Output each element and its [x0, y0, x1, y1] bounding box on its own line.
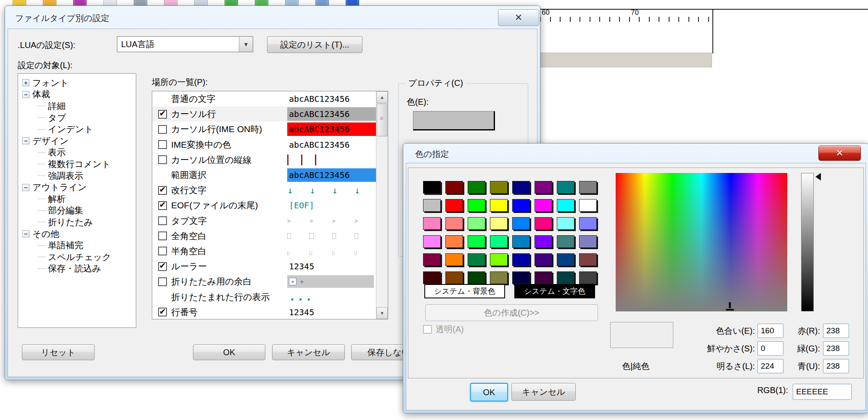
- rgb-hex-input[interactable]: EEEEEE: [793, 384, 852, 400]
- cancel-button[interactable]: キャンセル: [511, 383, 576, 401]
- color-swatch[interactable]: [579, 235, 597, 248]
- row-checkbox[interactable]: ✔: [158, 262, 167, 271]
- tree-item[interactable]: タブ: [18, 112, 136, 124]
- tree-item[interactable]: −その他: [18, 228, 136, 240]
- row-checkbox[interactable]: [158, 125, 167, 134]
- row-checkbox[interactable]: ✔: [158, 110, 167, 119]
- color-swatch[interactable]: [512, 181, 530, 194]
- list-row[interactable]: 範囲選択abcABC123456: [152, 167, 388, 183]
- list-row[interactable]: 半角空白: [152, 244, 388, 259]
- color-swatch[interactable]: [423, 199, 441, 212]
- color-swatch[interactable]: [423, 235, 441, 248]
- color-swatch[interactable]: [445, 253, 463, 266]
- scrollbar[interactable]: ▲ ▼: [376, 91, 388, 319]
- list-row[interactable]: 普通の文字abcABC123456: [152, 91, 388, 106]
- places-list[interactable]: 普通の文字abcABC123456✔カーソル行abcABC123456カーソル行…: [152, 91, 388, 319]
- tree-item[interactable]: 複数行コメント: [18, 158, 136, 170]
- color-swatch[interactable]: [490, 199, 508, 212]
- list-row[interactable]: ✔行番号12345: [152, 305, 388, 319]
- color-swatch[interactable]: [579, 253, 597, 266]
- scrollbar-up-icon[interactable]: ▲: [376, 91, 388, 103]
- collapse-minus-icon[interactable]: −: [22, 184, 29, 191]
- target-tree[interactable]: +フォント−体裁詳細タブインデント−デザイン表示複数行コメント強調表示−アウトラ…: [18, 73, 136, 328]
- color-swatch[interactable]: [490, 253, 508, 266]
- color-swatch[interactable]: [557, 271, 574, 284]
- row-checkbox[interactable]: ✔: [158, 201, 167, 210]
- color-swatch[interactable]: [468, 217, 485, 230]
- color-swatch[interactable]: [557, 217, 574, 230]
- row-checkbox[interactable]: [158, 140, 167, 149]
- color-swatch[interactable]: [490, 181, 508, 194]
- color-well-button[interactable]: [413, 111, 495, 130]
- collapse-minus-icon[interactable]: −: [22, 137, 29, 144]
- list-row[interactable]: ✔EOF(ファイルの末尾)[EOF]: [152, 198, 388, 213]
- ok-button[interactable]: OK: [470, 383, 508, 401]
- color-swatch[interactable]: [490, 217, 508, 230]
- list-row[interactable]: 全角空白: [152, 229, 388, 244]
- system-background-color-button[interactable]: システム・背景色: [424, 284, 505, 298]
- list-row[interactable]: 折りたたまれた行の表示...: [152, 289, 388, 304]
- tree-item[interactable]: 解析: [18, 193, 136, 205]
- reset-button[interactable]: リセット: [22, 344, 95, 360]
- color-swatch[interactable]: [579, 181, 597, 194]
- row-checkbox[interactable]: [158, 247, 167, 255]
- list-row[interactable]: カーソル行(IME ON時)abcABC123456: [152, 122, 388, 137]
- color-swatch[interactable]: [468, 235, 485, 248]
- color-swatch[interactable]: [535, 199, 552, 212]
- tree-item[interactable]: インデント: [18, 123, 136, 135]
- tree-item[interactable]: 保存・読込み: [18, 263, 136, 275]
- color-swatch[interactable]: [535, 181, 552, 194]
- color-swatch[interactable]: [423, 181, 441, 194]
- color-swatch[interactable]: [535, 217, 552, 230]
- row-checkbox[interactable]: [158, 216, 167, 225]
- row-checkbox[interactable]: ✔: [158, 186, 167, 195]
- tree-item[interactable]: 強調表示: [18, 170, 136, 182]
- color-swatch[interactable]: [445, 271, 463, 284]
- tree-item[interactable]: スペルチェック: [18, 251, 136, 263]
- tree-item[interactable]: −体裁: [18, 89, 136, 101]
- tree-item[interactable]: +フォント: [18, 77, 136, 89]
- color-swatch[interactable]: [579, 271, 597, 284]
- color-swatch[interactable]: [512, 253, 530, 266]
- define-custom-color-button[interactable]: 色の作成(C)>>: [425, 304, 598, 321]
- scrollbar-down-icon[interactable]: ▼: [376, 307, 388, 319]
- color-swatch[interactable]: [445, 235, 463, 248]
- color-swatch[interactable]: [535, 235, 552, 248]
- list-row[interactable]: ✔ルーラー12345: [152, 259, 388, 274]
- tree-item[interactable]: 単語補完: [18, 239, 136, 251]
- row-checkbox[interactable]: [158, 231, 167, 240]
- color-swatch[interactable]: [557, 235, 574, 248]
- ok-button[interactable]: OK: [193, 344, 265, 360]
- transparent-checkbox[interactable]: [423, 325, 432, 334]
- color-swatch[interactable]: [512, 271, 530, 284]
- hue-sat-marker[interactable]: [729, 302, 731, 308]
- list-row[interactable]: 折りたたみ用の余白++: [152, 274, 388, 289]
- hsl-field-input[interactable]: 238: [823, 341, 849, 356]
- color-swatch[interactable]: [512, 217, 530, 230]
- color-swatch[interactable]: [423, 253, 441, 266]
- luminance-slider-icon[interactable]: [815, 173, 821, 181]
- tree-item[interactable]: 詳細: [18, 100, 136, 112]
- chevron-down-icon[interactable]: ▼: [239, 37, 253, 52]
- cancel-button[interactable]: キャンセル: [272, 344, 345, 360]
- close-icon[interactable]: ✕: [498, 9, 539, 26]
- row-checkbox[interactable]: [158, 155, 167, 164]
- list-row[interactable]: タブ文字>>>>: [152, 213, 388, 229]
- color-swatch[interactable]: [468, 253, 485, 266]
- list-row[interactable]: ✔カーソル行abcABC123456: [152, 106, 388, 122]
- tree-item[interactable]: −アウトライン: [18, 181, 136, 193]
- tree-item[interactable]: 折りたたみ: [18, 216, 136, 228]
- tree-item[interactable]: 部分編集: [18, 205, 136, 217]
- close-icon[interactable]: ✕: [818, 146, 861, 161]
- row-checkbox[interactable]: ✔: [158, 308, 167, 316]
- color-swatch[interactable]: [445, 181, 463, 194]
- color-swatch[interactable]: [490, 235, 508, 248]
- color-swatch[interactable]: [468, 181, 485, 194]
- color-swatch[interactable]: [445, 199, 463, 212]
- color-swatch[interactable]: [445, 217, 463, 230]
- list-row[interactable]: IME変換中の色abcABC123456: [152, 137, 388, 152]
- color-swatch[interactable]: [512, 199, 530, 212]
- color-swatch[interactable]: [490, 271, 508, 284]
- luminance-bar[interactable]: [801, 173, 814, 311]
- hue-sat-marker[interactable]: [726, 309, 734, 311]
